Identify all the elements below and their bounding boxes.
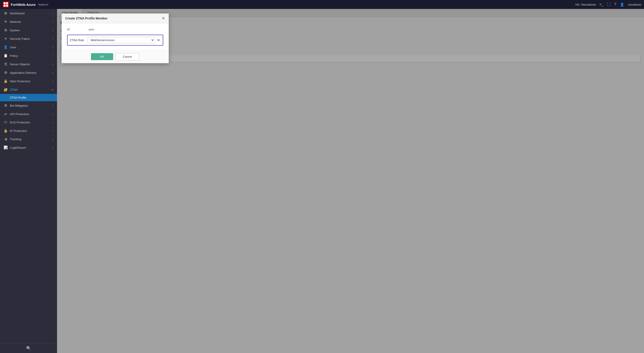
app-name: FortiWeb-Azure [11, 3, 36, 6]
sidebar-item-log-report[interactable]: 📊 Log&Report › [0, 143, 57, 152]
sidebar-item-application-delivery[interactable]: ⚙ Application Delivery › [0, 68, 57, 77]
modal-footer: OK Cancel [62, 50, 168, 63]
modal-close-button[interactable]: ✕ [162, 16, 165, 20]
chevron-right-icon: › [52, 71, 54, 74]
modal-field-row: ZTNA Rule WebServerAccess ✏ [67, 35, 163, 46]
content-area: ZTNA Profile ZTNA Ru... Edit ZTNA Profil… [57, 9, 644, 353]
chevron-right-icon: › [52, 121, 54, 124]
api-protection-icon: ⇌ [4, 112, 8, 116]
modal-body: ID auto ZTNA Rule WebServerAccess ✏ [62, 23, 168, 50]
sidebar-item-api-protection[interactable]: ⇌ API Protection › [0, 110, 57, 118]
modal-header: Create ZTNA Profile Member ✕ [62, 14, 168, 23]
ha-info: HA: Standalone [575, 3, 596, 6]
tracking-icon: 🖥 [4, 137, 8, 141]
ztna-rule-select[interactable]: WebServerAccess [88, 37, 154, 43]
chevron-right-icon: › [52, 12, 54, 14]
chevron-right-icon: › [52, 104, 54, 107]
server-objects-icon: ☰ [4, 62, 8, 66]
dos-protection-icon: 🛡 [4, 120, 8, 124]
sidebar-subitem-ztna-profile[interactable]: ZTNA Profile [0, 94, 57, 101]
sidebar-item-ip-protection[interactable]: 🔒 IP Protection › [0, 126, 57, 135]
sidebar-item-label: User [10, 46, 16, 49]
topbar: FortiWeb-Azure fwebvm HA: Standalone >_ … [0, 0, 644, 9]
main-area: ⊞ Dashboard › ✛ Network › ⚙ System › ✕ S… [0, 9, 644, 353]
chevron-right-icon: › [52, 54, 54, 57]
sidebar-item-label: Web Protection [10, 80, 30, 83]
modal-overlay: Create ZTNA Profile Member ✕ ID auto ZTN… [57, 9, 644, 353]
modal-id-row: ID auto [67, 28, 163, 31]
sidebar-item-server-objects[interactable]: ☰ Server Objects › [0, 60, 57, 68]
dashboard-icon: ⊞ [4, 11, 8, 15]
bot-mitigation-icon: ⚙ [4, 104, 8, 108]
network-icon: ✛ [4, 20, 8, 24]
cancel-button[interactable]: Cancel [116, 53, 139, 60]
modal-title: Create ZTNA Profile Member [65, 16, 108, 20]
chevron-down-icon: ∨ [52, 88, 54, 91]
chevron-right-icon: › [52, 130, 54, 132]
policy-icon: 📋 [4, 54, 8, 58]
chevron-right-icon: › [52, 146, 54, 149]
sidebar-item-label: Dashboard [10, 12, 24, 15]
ip-protection-icon: 🔒 [4, 129, 8, 133]
web-protection-icon: 🔒 [4, 79, 8, 83]
sidebar-item-label: Server Objects [10, 62, 30, 66]
application-delivery-icon: ⚙ [4, 71, 8, 75]
sidebar-item-dashboard[interactable]: ⊞ Dashboard › [0, 9, 57, 18]
sidebar-item-network[interactable]: ✛ Network › [0, 18, 57, 26]
sidebar-item-label: Bot Mitigation [10, 104, 28, 107]
sidebar-item-security-fabric[interactable]: ✕ Security Fabric › [0, 34, 57, 43]
app-logo[interactable] [3, 1, 9, 8]
ha-value: Standalone [581, 3, 596, 6]
ztna-rule-edit-button[interactable]: ✏ [157, 38, 160, 43]
sidebar-item-label: Policy [10, 54, 18, 58]
sidebar-item-policy[interactable]: 📋 Policy › [0, 52, 57, 60]
sidebar-subitem-label: ZTNA Profile [10, 96, 26, 99]
sidebar-item-label: Network [10, 20, 21, 24]
chevron-right-icon: › [52, 46, 54, 48]
chevron-right-icon: › [52, 29, 54, 32]
sidebar-item-web-protection[interactable]: 🔒 Web Protection › [0, 77, 57, 86]
ha-label: HA: [575, 3, 580, 6]
sidebar-item-user[interactable]: 👤 User › [0, 43, 57, 52]
chevron-right-icon: › [52, 20, 54, 23]
id-label: ID [67, 28, 85, 31]
chevron-right-icon: › [52, 113, 54, 115]
ok-button[interactable]: OK [91, 53, 113, 60]
sidebar-item-label: Application Delivery [10, 71, 36, 74]
chevron-right-icon: › [52, 80, 54, 82]
sidebar-item-label: Log&Report [10, 146, 26, 149]
chevron-right-icon: › [52, 138, 54, 140]
terminal-icon[interactable]: >_ [600, 2, 604, 6]
search-icon[interactable]: 🔍 [26, 346, 31, 351]
fullscreen-icon[interactable]: ⛶ [607, 2, 611, 6]
sidebar-item-tracking[interactable]: 🖥 Tracking › [0, 135, 57, 143]
sidebar-item-label: System [10, 28, 20, 32]
sidebar-item-label: ZTNA [10, 88, 18, 92]
sidebar-item-label: Security Fabric [10, 37, 30, 40]
chevron-right-icon: › [52, 37, 54, 40]
sidebar-item-label: Tracking [10, 138, 21, 141]
app-hostname: fwebvm [38, 3, 48, 6]
ztna-icon: 🔐 [4, 88, 8, 92]
sidebar-item-dos-protection[interactable]: 🛡 DoS Protection › [0, 118, 57, 126]
sidebar-footer: 🔍 [0, 344, 57, 353]
log-report-icon: 📊 [4, 146, 8, 150]
system-icon: ⚙ [4, 28, 8, 32]
modal: Create ZTNA Profile Member ✕ ID auto ZTN… [62, 14, 169, 63]
sidebar-item-label: IP Protection [10, 129, 27, 132]
sidebar-item-bot-mitigation[interactable]: ⚙ Bot Mitigation › [0, 101, 57, 110]
help-icon[interactable]: ? [614, 2, 616, 6]
username: cloudteam [628, 3, 641, 6]
id-value: auto [88, 28, 94, 31]
ztna-rule-label: ZTNA Rule [70, 38, 86, 42]
security-fabric-icon: ✕ [4, 37, 8, 41]
chevron-right-icon: › [52, 63, 54, 66]
user-avatar[interactable]: 👤 [620, 2, 624, 7]
sidebar-item-system[interactable]: ⚙ System › [0, 26, 57, 34]
sidebar-item-label: DoS Protection [10, 121, 30, 124]
user-icon: 👤 [4, 45, 8, 49]
sidebar: ⊞ Dashboard › ✛ Network › ⚙ System › ✕ S… [0, 9, 57, 353]
topbar-right: HA: Standalone >_ ⛶ ? 👤 cloudteam [575, 2, 641, 7]
sidebar-item-ztna[interactable]: 🔐 ZTNA ∨ [0, 86, 57, 94]
sidebar-item-label: API Protection [10, 112, 29, 116]
